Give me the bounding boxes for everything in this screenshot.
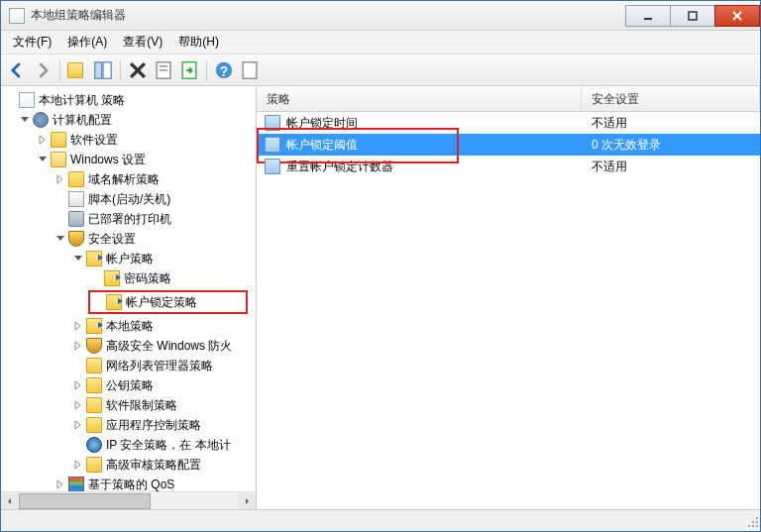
scroll-thumb[interactable] [19,493,151,509]
delete-button[interactable] [126,58,150,82]
folder-icon [86,397,102,413]
export-button[interactable] [177,58,201,82]
tree-advanced-audit[interactable]: 高级审核策略配置 [1,455,256,475]
close-button[interactable] [714,5,760,27]
tree-label: 本地策略 [106,318,154,335]
folder-icon [68,171,84,187]
tree-label: 脚本(启动/关机) [88,191,170,208]
tree-app-control[interactable]: 应用程序控制策略 [1,415,256,435]
expand-icon[interactable] [72,379,84,391]
policy-name: 重置帐户锁定计数器 [286,159,393,175]
maximize-button[interactable] [670,5,715,27]
list-row[interactable]: 重置帐户锁定计数器 不适用 [257,156,760,177]
tree-label: 安全设置 [88,231,136,248]
collapse-icon[interactable] [72,253,84,265]
expand-icon[interactable] [72,399,84,411]
svg-rect-1 [689,12,697,20]
tree-qos[interactable]: 基于策略的 QoS [1,475,256,491]
tree-printers[interactable]: 已部署的打印机 [1,209,256,229]
menu-file[interactable]: 文件(F) [5,31,59,53]
column-policy[interactable]: 策略 [257,86,582,111]
titlebar[interactable]: 本地组策略编辑器 [1,1,760,31]
expand-icon[interactable] [72,459,84,471]
menu-help[interactable]: 帮助(H) [170,31,227,53]
horizontal-scrollbar[interactable] [1,491,256,509]
tree-password-policy[interactable]: 密码策略 [1,268,256,288]
toolbar: ? [1,54,760,86]
separator [59,60,60,80]
folder-icon [86,417,102,433]
folder-icon [86,358,102,373]
tree-label: 密码策略 [124,270,171,287]
show-hide-button[interactable] [91,58,115,82]
menu-view[interactable]: 查看(V) [115,31,170,53]
tree-scripts[interactable]: 脚本(启动/关机) [1,189,256,209]
up-button[interactable] [65,58,89,82]
tree-computer-config[interactable]: 计算机配置 [1,110,256,130]
script-icon [68,191,84,207]
printer-icon [68,211,84,227]
cell-policy: 重置帐户锁定计数器 [257,159,582,175]
computer-icon [33,112,49,128]
tree-dns-policy[interactable]: 域名解析策略 [1,169,256,189]
cell-policy: 帐户锁定时间 [257,115,582,132]
app-icon [9,8,25,24]
policy-folder-icon [106,294,122,310]
tree-windows-firewall[interactable]: 高级安全 Windows 防火 [1,336,256,356]
minimize-button[interactable] [625,5,671,27]
forward-button[interactable] [31,58,54,82]
collapse-icon[interactable] [37,154,49,165]
expand-icon[interactable] [37,134,49,146]
policy-name: 帐户锁定阈值 [286,137,358,154]
tree-label: 公钥策略 [106,377,154,394]
expand-icon[interactable] [72,320,84,332]
folder-icon [86,457,102,473]
policy-folder-icon [86,251,102,266]
collapse-icon[interactable] [19,114,31,126]
menu-action[interactable]: 操作(A) [59,31,115,53]
collapse-icon[interactable] [54,233,66,245]
scroll-track[interactable] [19,493,238,509]
tree-scroll[interactable]: 本地计算机 策略 计算机配置 软件设置 Win [1,86,256,491]
scroll-left-button[interactable] [1,493,19,509]
expand-icon[interactable] [54,479,66,490]
folder-icon [86,377,102,393]
tree-label: 软件设置 [70,132,118,149]
tree-label: 基于策略的 QoS [88,477,174,492]
tree-windows-settings[interactable]: Windows 设置 [1,150,256,169]
content-area: 本地计算机 策略 计算机配置 软件设置 Win [1,86,760,509]
list-row[interactable]: 帐户锁定时间 不适用 [257,112,760,134]
tree-software-settings[interactable]: 软件设置 [1,130,256,150]
svg-point-17 [756,521,758,523]
back-button[interactable] [5,58,29,82]
scroll-right-button[interactable] [238,493,256,509]
statusbar [1,509,760,531]
tree-account-policies[interactable]: 帐户策略 [1,249,256,268]
tree-ip-security[interactable]: IP 安全策略，在 本地计 [1,435,256,455]
expand-icon[interactable] [72,340,84,352]
tree-label: 应用程序控制策略 [106,417,201,434]
expand-icon[interactable] [72,419,84,431]
help-button[interactable]: ? [212,58,236,82]
tree-security-settings[interactable]: 安全设置 [1,229,256,249]
properties-button[interactable] [152,58,175,82]
expand-icon[interactable] [54,173,66,185]
tree-public-key[interactable]: 公钥策略 [1,375,256,395]
svg-point-19 [752,521,754,523]
window-title: 本地组策略编辑器 [31,7,626,24]
menubar: 文件(F) 操作(A) 查看(V) 帮助(H) [1,31,760,54]
list-row-selected[interactable]: 帐户锁定阈值 0 次无效登录 [257,134,760,156]
resize-grip-icon[interactable] [744,513,760,529]
refresh-button[interactable] [238,58,262,82]
expander-icon[interactable] [5,94,17,106]
policy-root-icon [19,92,35,108]
svg-point-20 [756,517,758,519]
policy-folder-icon [104,270,120,286]
tree-network-list[interactable]: 网络列表管理器策略 [1,356,256,375]
tree-root[interactable]: 本地计算机 策略 [1,90,256,110]
tree-lockout-policy[interactable]: 帐户锁定策略 [90,292,246,312]
tree-software-restriction[interactable]: 软件限制策略 [1,395,256,415]
tree-local-policies[interactable]: 本地策略 [1,316,256,336]
column-setting[interactable]: 安全设置 [582,86,760,111]
list-body[interactable]: 帐户锁定时间 不适用 帐户锁定阈值 0 次无效登录 重置帐户锁定 [257,112,760,509]
